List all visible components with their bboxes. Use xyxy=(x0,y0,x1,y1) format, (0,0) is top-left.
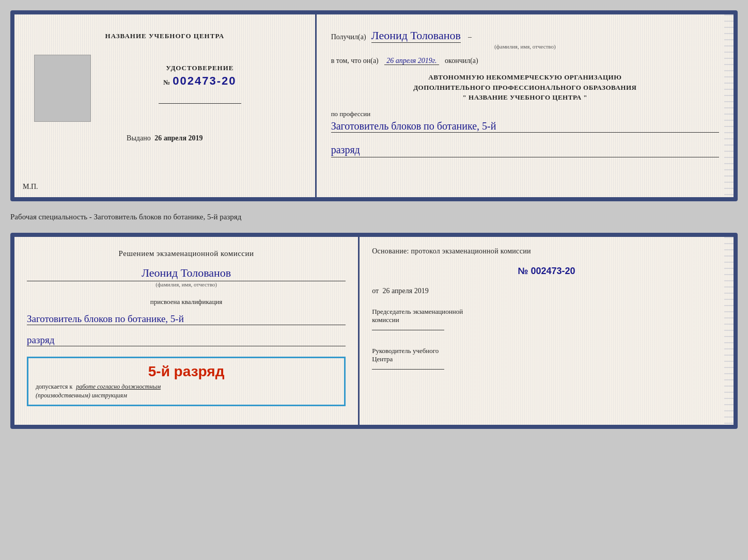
stamp-dopusk: допускается к xyxy=(36,383,72,390)
cert-number: 002473-20 xyxy=(173,74,236,87)
date-block: в том, что он(а) 26 апреля 2019г. окончи… xyxy=(331,57,719,65)
cert-number-prefix: № xyxy=(163,78,170,86)
profession-block: по профессии Заготовитель блоков по бота… xyxy=(331,110,719,133)
profession-handwritten: Заготовитель блоков по ботанике, 5-й xyxy=(331,120,719,133)
issued-label: Выдано xyxy=(127,134,151,142)
stamp-box: 5-й разряд допускается к работе согласно… xyxy=(27,357,346,406)
razryad-block: разряд xyxy=(331,140,719,157)
certificate-doc2: Решением экзаменационной комиссии Леонид… xyxy=(10,233,738,429)
cert-number-block: УДОСТОВЕРЕНИЕ № 002473-20 xyxy=(163,64,236,88)
stamp-rabote: работе согласно должностным xyxy=(76,383,161,390)
vtom-prefix: в том, что он(а) xyxy=(331,57,379,65)
ot-date-block: от 26 апреля 2019 xyxy=(372,287,721,295)
cert-label: УДОСТОВЕРЕНИЕ xyxy=(163,64,236,72)
certificate-doc1: НАЗВАНИЕ УЧЕБНОГО ЦЕНТРА УДОСТОВЕРЕНИЕ №… xyxy=(10,10,738,201)
mp-label: М.П. xyxy=(23,183,38,191)
doc2-left: Решением экзаменационной комиссии Леонид… xyxy=(14,237,360,425)
doc2-fio-subtitle: (фамилия, имя, отчество) xyxy=(27,281,346,287)
org-line1: АВТОНОМНУЮ НЕКОММЕРЧЕСКУЮ ОРГАНИЗАЦИЮ xyxy=(331,72,719,83)
doc2-right: Основание: протокол экзаменационной коми… xyxy=(360,237,734,425)
komissia-name: Леонид Толованов xyxy=(27,266,346,281)
recipient-block: Получил(а) Леонид Толованов – (фамилия, … xyxy=(331,29,719,50)
org-name: " НАЗВАНИЕ УЧЕБНОГО ЦЕНТРА " xyxy=(331,92,719,103)
fio-subtitle: (фамилия, имя, отчество) xyxy=(331,43,719,50)
recipient-name: Леонид Толованов xyxy=(371,29,461,43)
predsedatel-label2: комиссии xyxy=(372,316,721,324)
poluchil-prefix: Получил(а) xyxy=(331,33,366,41)
stamp-instruk: (производственным) инструкциям xyxy=(36,392,337,399)
rukiv-sign-line xyxy=(372,369,444,370)
stamp-subtext: допускается к работе согласно должностны… xyxy=(36,383,337,391)
okonchil: окончил(а) xyxy=(445,57,478,65)
komissia-heading: Решением экзаменационной комиссии xyxy=(27,249,346,258)
ot-label: от xyxy=(372,287,379,295)
razryad-handwritten: разряд xyxy=(331,144,719,157)
photo-placeholder xyxy=(34,55,91,122)
doc1-heading: НАЗВАНИЕ УЧЕБНОГО ЦЕНТРА xyxy=(105,32,225,40)
issued-date: 26 апреля 2019 xyxy=(154,134,202,142)
kvalif-block: Заготовитель блоков по ботанике, 5-й xyxy=(27,311,346,325)
po-professii: по профессии xyxy=(331,110,719,118)
razryad2-block: разряд xyxy=(27,330,346,346)
predsedatel-label: Председатель экзаменационной xyxy=(372,308,721,316)
osnov-heading: Основание: протокол экзаменационной коми… xyxy=(372,247,721,255)
rukiv-block: Руководитель учебного Центра xyxy=(372,347,721,372)
prot-number: № 002473-20 xyxy=(372,266,721,277)
vtom-date: 26 апреля 2019г. xyxy=(384,57,439,65)
prisvoena-text: присвоена квалификация xyxy=(27,298,346,306)
predsedatel-sign-line xyxy=(372,330,444,330)
specialty-label: Рабочая специальность - Заготовитель бло… xyxy=(10,211,738,223)
issued-line: Выдано 26 апреля 2019 xyxy=(127,134,202,142)
doc1-left: НАЗВАНИЕ УЧЕБНОГО ЦЕНТРА УДОСТОВЕРЕНИЕ №… xyxy=(14,14,317,197)
razryad2-handwritten: разряд xyxy=(27,334,346,346)
org-line2: ДОПОЛНИТЕЛЬНОГО ПРОФЕССИОНАЛЬНОГО ОБРАЗО… xyxy=(331,83,719,93)
kvalif-handwritten: Заготовитель блоков по ботанике, 5-й xyxy=(27,313,346,325)
ot-date: 26 апреля 2019 xyxy=(383,287,429,295)
rukiv-label2: Центра xyxy=(372,355,721,363)
stamp-big-text: 5-й разряд xyxy=(36,363,337,380)
doc1-right: Получил(а) Леонид Толованов – (фамилия, … xyxy=(317,14,734,197)
predsedatel-block: Председатель экзаменационной комиссии xyxy=(372,308,721,332)
org-block: АВТОНОМНУЮ НЕКОММЕРЧЕСКУЮ ОРГАНИЗАЦИЮ ДО… xyxy=(331,72,719,103)
rukiv-label: Руководитель учебного xyxy=(372,347,721,355)
page-wrapper: НАЗВАНИЕ УЧЕБНОГО ЦЕНТРА УДОСТОВЕРЕНИЕ №… xyxy=(10,10,738,429)
